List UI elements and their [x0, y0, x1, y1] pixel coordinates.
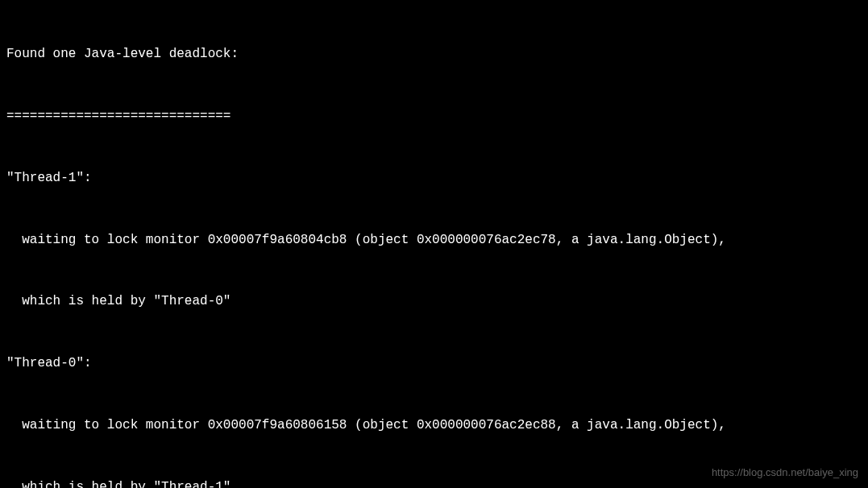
watermark-text: https://blog.csdn.net/baiye_xing	[712, 465, 858, 482]
output-line: "Thread-0":	[6, 354, 862, 374]
output-line: waiting to lock monitor 0x00007f9a608061…	[6, 416, 862, 436]
terminal-output: Found one Java-level deadlock: =========…	[6, 3, 862, 488]
output-line: waiting to lock monitor 0x00007f9a60804c…	[6, 230, 862, 251]
output-line: which is held by "Thread-0"	[6, 292, 862, 312]
output-line: =============================	[6, 106, 862, 127]
output-line: "Thread-1":	[6, 168, 862, 189]
output-line: Found one Java-level deadlock:	[6, 44, 862, 65]
